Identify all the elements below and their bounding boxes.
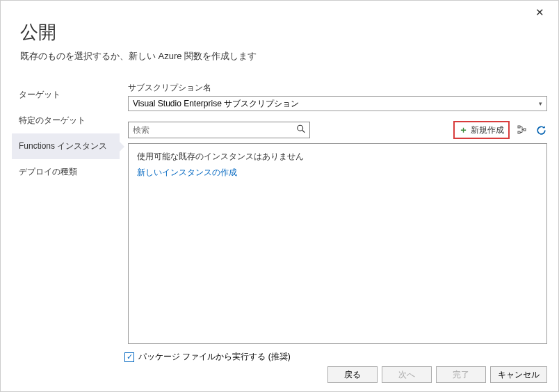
sidebar-item-functions-instance[interactable]: Functions インスタンス: [12, 133, 120, 159]
new-button[interactable]: ＋ 新規作成: [453, 121, 510, 139]
sidebar-item-deploy-type[interactable]: デプロイの種類: [12, 159, 120, 185]
svg-line-1: [302, 130, 305, 133]
plus-icon: ＋: [459, 124, 468, 136]
refresh-icon[interactable]: [535, 124, 547, 136]
search-icon: [296, 124, 306, 136]
dialog-subtitle: 既存のものを選択するか、新しい Azure 関数を作成します: [20, 50, 539, 63]
tree-view-icon[interactable]: [517, 124, 528, 136]
checkbox-icon[interactable]: ✓: [124, 352, 134, 362]
create-instance-link[interactable]: 新しいインスタンスの作成: [137, 167, 538, 179]
main-panel: サブスクリプション名 Visual Studio Enterprise サブスク…: [120, 82, 547, 344]
run-from-package-row[interactable]: ✓ パッケージ ファイルから実行する (推奨): [1, 344, 558, 363]
back-button[interactable]: 戻る: [327, 366, 378, 383]
instance-list[interactable]: 使用可能な既存のインスタンスはありません 新しいインスタンスの作成: [128, 143, 547, 344]
close-button[interactable]: ✕: [531, 5, 549, 20]
svg-rect-4: [524, 129, 526, 131]
finish-button[interactable]: 完了: [436, 366, 486, 383]
search-input[interactable]: [128, 122, 310, 138]
dialog-header: 公開 既存のものを選択するか、新しい Azure 関数を作成します: [1, 1, 558, 70]
empty-message: 使用可能な既存のインスタンスはありません: [137, 151, 538, 163]
subscription-label: サブスクリプション名: [128, 82, 547, 94]
dialog-footer: 戻る 次へ 完了 キャンセル: [327, 366, 547, 383]
sidebar-item-target[interactable]: ターゲット: [12, 82, 120, 108]
new-button-label: 新規作成: [471, 124, 504, 136]
checkbox-label: パッケージ ファイルから実行する (推奨): [138, 351, 291, 363]
wizard-sidebar: ターゲット 特定のターゲット Functions インスタンス デプロイの種類: [12, 82, 120, 344]
toolbar: ＋ 新規作成: [128, 121, 547, 139]
sidebar-item-specific-target[interactable]: 特定のターゲット: [12, 108, 120, 133]
next-button[interactable]: 次へ: [382, 366, 432, 383]
svg-rect-2: [518, 126, 520, 128]
subscription-value: Visual Studio Enterprise サブスクリプション: [133, 98, 299, 110]
dialog-title: 公開: [20, 20, 539, 44]
chevron-down-icon: ▾: [539, 100, 542, 107]
svg-rect-3: [518, 131, 520, 133]
cancel-button[interactable]: キャンセル: [490, 366, 547, 383]
subscription-dropdown[interactable]: Visual Studio Enterprise サブスクリプション ▾: [128, 96, 547, 111]
svg-point-0: [298, 125, 303, 131]
